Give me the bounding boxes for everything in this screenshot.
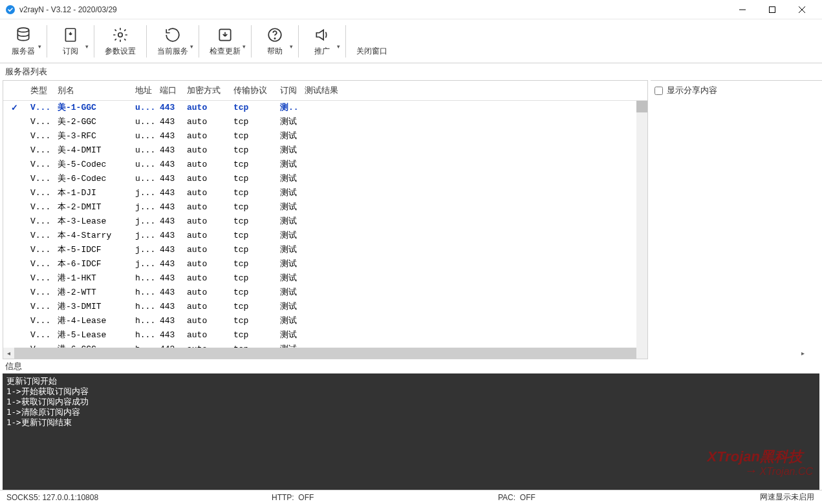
- table-row[interactable]: V...本-1-DJIj...443autotcp测试: [3, 186, 647, 200]
- minimize-button[interactable]: [728, 0, 757, 19]
- toolbar-restart[interactable]: 当前服务 ▾: [151, 23, 195, 59]
- log-line: 1->开始获取订阅内容: [6, 386, 816, 397]
- app-icon: [5, 5, 16, 15]
- table-row[interactable]: V...港-4-Leaseh...443autotcp测试: [3, 314, 647, 328]
- list-body[interactable]: ✓V...美-1-GGCu...443autotcp测..V...美-2-GGC…: [3, 101, 647, 348]
- status-socks: SOCKS5: 127.0.0.1:10808: [6, 493, 98, 502]
- table-row[interactable]: V...美-5-Codecu...443autotcp测试: [3, 158, 647, 172]
- help-icon: [265, 25, 285, 45]
- speaker-icon: [312, 25, 332, 45]
- status-http: HTTP: OFF: [272, 493, 314, 502]
- svg-point-7: [118, 33, 123, 37]
- toolbar-help[interactable]: 帮助 ▾: [255, 23, 294, 59]
- list-header: 类型 别名 地址 端口 加密方式 传输协议 订阅 测试结果: [3, 81, 647, 101]
- col-header-enc[interactable]: 加密方式: [184, 83, 231, 98]
- table-row[interactable]: V...港-1-HKTh...443autotcp测试: [3, 271, 647, 286]
- statusbar: SOCKS5: 127.0.0.1:10808 HTTP: OFF PAC: O…: [0, 490, 822, 504]
- table-row[interactable]: V...美-6-Codecu...443autotcp测试: [3, 172, 647, 186]
- toolbar-subscribe[interactable]: 订阅 ▾: [51, 23, 90, 59]
- server-list: 类型 别名 地址 端口 加密方式 传输协议 订阅 测试结果 ✓V...美-1-G…: [3, 80, 648, 359]
- log-line: 1->更新订阅结束: [6, 417, 816, 428]
- database-icon: [14, 25, 33, 45]
- table-row[interactable]: V...本-5-IDCFj...443autotcp测试: [3, 243, 647, 257]
- col-header-type[interactable]: 类型: [28, 83, 55, 98]
- toolbar: 服务器 ▾ 订阅 ▾ 参数设置 当前服务 ▾ 检查更新 ▾ 帮助 ▾ 推广 ▾ …: [0, 19, 822, 63]
- table-row[interactable]: V...港-6-GGCh...443autotcp测试: [3, 342, 647, 348]
- side-panel: 显示分享内容: [651, 80, 822, 359]
- table-row[interactable]: V...本-3-Leasej...443autotcp测试: [3, 215, 647, 229]
- col-header-addr[interactable]: 地址: [133, 83, 157, 98]
- chevron-down-icon: ▾: [190, 43, 193, 50]
- col-header-proto[interactable]: 传输协议: [231, 83, 277, 98]
- table-row[interactable]: ✓V...美-1-GGCu...443autotcp测..: [3, 101, 647, 115]
- close-button[interactable]: [787, 0, 817, 19]
- table-row[interactable]: V...本-2-DMITj...443autotcp测试: [3, 200, 647, 215]
- table-row[interactable]: V...本-6-IDCFj...443autotcp测试: [3, 257, 647, 271]
- toolbar-settings[interactable]: 参数设置: [98, 23, 142, 59]
- svg-rect-2: [770, 6, 775, 12]
- show-share-input[interactable]: [654, 87, 663, 95]
- col-header-alias[interactable]: 别名: [55, 83, 133, 98]
- subscribe-icon: [61, 25, 80, 45]
- log-line: 1->获取订阅内容成功: [6, 397, 816, 407]
- col-header-port[interactable]: 端口: [157, 83, 184, 98]
- window-title: v2rayN - V3.12 - 2020/03/29: [19, 5, 728, 14]
- toolbar-separator: [94, 25, 94, 58]
- toolbar-server[interactable]: 服务器 ▾: [4, 23, 43, 59]
- download-icon: [215, 25, 235, 45]
- chevron-down-icon: ▾: [85, 43, 89, 50]
- toolbar-separator: [146, 25, 147, 58]
- table-row[interactable]: V...美-3-RFCu...443autotcp测试: [3, 129, 647, 143]
- toolbar-separator: [251, 25, 252, 58]
- log-line: 更新订阅开始: [6, 376, 816, 386]
- col-header-sub[interactable]: 订阅: [277, 83, 302, 98]
- chevron-down-icon: ▾: [38, 43, 41, 50]
- svg-point-10: [274, 38, 275, 39]
- toolbar-separator: [199, 25, 199, 58]
- scroll-right-icon[interactable]: ▸: [797, 348, 808, 359]
- info-label: 信息: [0, 359, 822, 373]
- scroll-left-icon[interactable]: ◂: [3, 348, 14, 359]
- toolbar-separator: [298, 25, 299, 58]
- table-row[interactable]: V...本-4-Starryj...443autotcp测试: [3, 229, 647, 243]
- blank-icon: [362, 25, 382, 45]
- log-area[interactable]: 更新订阅开始1->开始获取订阅内容1->获取订阅内容成功1->清除原订阅内容1-…: [3, 373, 819, 490]
- status-pac: PAC: OFF: [498, 493, 535, 502]
- table-row[interactable]: V...美-2-GGCu...443autotcp测试: [3, 115, 647, 129]
- svg-point-5: [17, 28, 28, 32]
- server-list-label: 服务器列表: [0, 63, 822, 80]
- chevron-down-icon: ▾: [290, 43, 293, 50]
- toolbar-close[interactable]: 关闭窗口: [350, 23, 394, 59]
- gear-icon: [111, 25, 130, 45]
- status-speed: 网速显示未启用: [760, 492, 814, 503]
- col-header-result[interactable]: 测试结果: [302, 83, 647, 98]
- toolbar-promo[interactable]: 推广 ▾: [303, 23, 341, 59]
- table-row[interactable]: V...港-3-DMITh...443autotcp测试: [3, 300, 647, 314]
- toolbar-separator: [47, 25, 47, 58]
- toolbar-separator: [345, 25, 346, 58]
- table-row[interactable]: V...港-2-WTTh...443autotcp测试: [3, 286, 647, 300]
- vertical-scrollbar[interactable]: [636, 101, 647, 348]
- show-share-checkbox[interactable]: 显示分享内容: [654, 85, 818, 96]
- horizontal-scrollbar[interactable]: ◂ ▸: [3, 348, 647, 359]
- toolbar-update[interactable]: 检查更新 ▾: [203, 23, 247, 59]
- refresh-icon: [163, 25, 182, 45]
- chevron-down-icon: ▾: [243, 43, 246, 50]
- table-row[interactable]: V...美-4-DMITu...443autotcp测试: [3, 143, 647, 158]
- chevron-down-icon: ▾: [337, 43, 340, 50]
- table-row[interactable]: V...港-5-Leaseh...443autotcp测试: [3, 328, 647, 342]
- titlebar: v2rayN - V3.12 - 2020/03/29: [0, 0, 822, 19]
- maximize-button[interactable]: [757, 0, 787, 19]
- log-line: 1->清除原订阅内容: [6, 407, 816, 417]
